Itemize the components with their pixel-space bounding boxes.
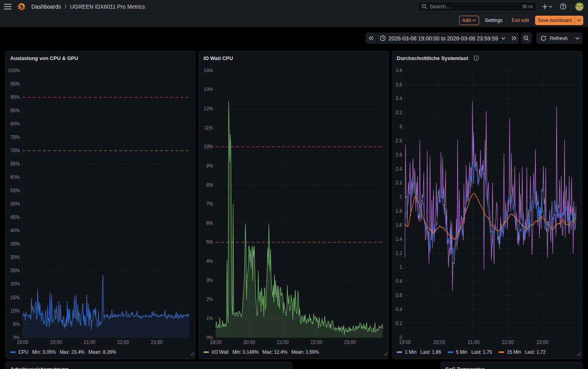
- panel-title[interactable]: Arbeitsspeichernutzung: [10, 366, 69, 369]
- exit-edit-button[interactable]: Exit edit: [509, 16, 532, 25]
- legend-stat: Max: 12.4%: [263, 349, 287, 355]
- legend-label: I/O Wait: [212, 349, 229, 355]
- y-tick-label: 6%: [206, 220, 213, 226]
- y-tick-label: 1.8: [396, 208, 402, 214]
- legend-stat: Max: 23.4%: [60, 349, 84, 355]
- chart-canvas-systemlast[interactable]: 00.20.40.60.811.21.41.61.822.22.42.62.83…: [392, 51, 582, 358]
- panel-header-ram[interactable]: Arbeitsspeichernutzung: [6, 362, 292, 369]
- y-tick-label: 3: [399, 124, 402, 129]
- y-tick-label: 12%: [203, 106, 213, 111]
- y-tick-label: 7%: [206, 201, 213, 207]
- legend-marker: [448, 351, 453, 353]
- save-dashboard-split-button: Save dashboard: [535, 16, 583, 25]
- add-button[interactable]: Add: [459, 16, 479, 25]
- y-tick-label: 8%: [206, 182, 213, 188]
- y-tick-label: 0.4: [396, 307, 402, 312]
- series-line-I/O Wait: [216, 101, 383, 335]
- time-range-button[interactable]: 2026-03-08 19:00:00 to 2026-03-08 23:59:…: [376, 33, 508, 44]
- chevron-down-icon: [575, 37, 579, 40]
- x-tick-label: 23:00: [344, 340, 356, 345]
- legend-label: 15 Min: [507, 349, 521, 355]
- y-tick-label: 1.4: [396, 236, 402, 242]
- time-shift-forward-button[interactable]: [509, 33, 519, 44]
- breadcrumb-current-page: UGREEN iDX6011 Pro Metrics: [70, 4, 145, 10]
- time-picker-group: 2026-03-08 19:00:00 to 2026-03-08 23:59:…: [366, 33, 519, 44]
- refresh-group: Refresh: [536, 33, 583, 44]
- settings-button[interactable]: Settings: [482, 16, 505, 25]
- y-tick-label: 0.6: [396, 293, 402, 298]
- x-tick-label: 19:00: [210, 340, 221, 345]
- y-tick-label: 100%: [8, 68, 20, 73]
- y-tick-label: 9%: [206, 163, 213, 169]
- legend-stat: Min: 3.05%: [32, 349, 56, 355]
- save-dashboard-label: Save dashboard: [538, 18, 572, 23]
- navbar-divider: [572, 4, 572, 10]
- legend-item-1 Min[interactable]: 1 MinLast: 1.86: [397, 349, 441, 355]
- x-tick-label: 22:00: [502, 340, 514, 345]
- refresh-interval-caret-button[interactable]: [572, 33, 583, 44]
- legend-marker: [499, 351, 504, 353]
- y-tick-label: 95%: [10, 81, 20, 87]
- top-navbar: Dashboards UGREEN iDX6011 Pro Metrics Se…: [0, 0, 588, 13]
- grafana-logo[interactable]: [15, 0, 28, 13]
- clock-icon: [380, 35, 386, 41]
- panel-header-soc-temp[interactable]: SoC Temperatur: [441, 362, 582, 369]
- y-tick-label: 1: [399, 264, 402, 270]
- panel-legend: CPUMin: 3.05%Max: 23.4%Mean: 8.26%: [10, 348, 192, 356]
- double-chevron-left-icon: [368, 36, 374, 40]
- legend-stat: Last: 1.72: [525, 349, 546, 355]
- help-button[interactable]: [557, 0, 569, 13]
- y-tick-label: 1.6: [396, 222, 402, 228]
- y-tick-label: 65%: [10, 161, 20, 167]
- panel-resize-grip[interactable]: [190, 351, 194, 358]
- legend-item-5 Min[interactable]: 5 MinLast: 1.75: [448, 349, 492, 355]
- y-tick-label: 1%: [206, 316, 213, 321]
- panel-resize-grip[interactable]: [577, 351, 581, 358]
- chart-canvas-io-wait[interactable]: 0%1%2%3%4%5%6%7%8%9%10%11%12%13%14%19:00…: [199, 51, 388, 358]
- y-tick-label: 0.2: [396, 321, 402, 326]
- menu-toggle-button[interactable]: [0, 0, 15, 13]
- x-tick-label: 19:00: [399, 340, 411, 345]
- search-shortcut: ⌘+k: [522, 4, 533, 9]
- x-tick-label: 20:00: [243, 340, 255, 345]
- search-input[interactable]: Search... ⌘+k: [418, 2, 537, 11]
- legend-item-I/O Wait[interactable]: I/O WaitMin: 0.149%Max: 12.4%Mean: 1.59%: [203, 349, 319, 355]
- time-controls: 2026-03-08 19:00:00 to 2026-03-08 23:59:…: [0, 33, 583, 44]
- exit-edit-label: Exit edit: [512, 18, 529, 23]
- y-tick-label: 3.2: [396, 110, 402, 115]
- refresh-button[interactable]: Refresh: [536, 33, 572, 44]
- search-placeholder: Search...: [430, 4, 519, 9]
- new-dropdown-button[interactable]: [540, 0, 555, 13]
- breadcrumb-dashboards[interactable]: Dashboards: [31, 4, 61, 10]
- add-button-label: Add: [462, 18, 471, 23]
- settings-button-label: Settings: [485, 18, 503, 23]
- save-dashboard-caret-button[interactable]: [575, 16, 583, 25]
- search-icon: [422, 4, 427, 9]
- hamburger-icon: [4, 4, 11, 9]
- y-tick-label: 85%: [10, 108, 20, 113]
- time-shift-back-button[interactable]: [366, 33, 376, 44]
- legend-item-15 Min[interactable]: 15 MinLast: 1.72: [499, 349, 546, 355]
- y-tick-label: 2%: [206, 296, 213, 302]
- y-tick-label: 2.4: [396, 166, 402, 172]
- save-dashboard-button[interactable]: Save dashboard: [535, 16, 575, 25]
- zoom-out-button[interactable]: [521, 33, 532, 44]
- panel-title[interactable]: SoC Temperatur: [445, 366, 485, 369]
- legend-item-CPU[interactable]: CPUMin: 3.05%Max: 23.4%Mean: 8.26%: [10, 349, 116, 355]
- y-tick-label: 75%: [10, 135, 20, 140]
- navbar-right: Search... ⌘+k: [418, 0, 588, 13]
- grafana-logo-icon: [17, 2, 26, 11]
- y-tick-label: 15%: [10, 295, 20, 300]
- legend-marker: [10, 351, 16, 353]
- chevron-down-icon: [549, 5, 552, 8]
- user-avatar[interactable]: [575, 2, 584, 11]
- panel-cpu-gpu: Auslastung von CPU & GPU0%5%10%15%20%25%…: [5, 51, 196, 359]
- chart-canvas-cpu-gpu[interactable]: 0%5%10%15%20%25%30%35%40%45%50%55%60%65%…: [6, 51, 195, 358]
- y-tick-label: 3.4: [396, 96, 402, 101]
- y-tick-label: 45%: [10, 214, 20, 220]
- legend-stat: Mean: 1.59%: [291, 349, 319, 355]
- panel-resize-grip[interactable]: [383, 351, 388, 358]
- time-range-text: 2026-03-08 19:00:00 to 2026-03-08 23:59:…: [388, 35, 498, 42]
- legend-marker: [203, 351, 209, 353]
- y-tick-label: 11%: [204, 125, 213, 131]
